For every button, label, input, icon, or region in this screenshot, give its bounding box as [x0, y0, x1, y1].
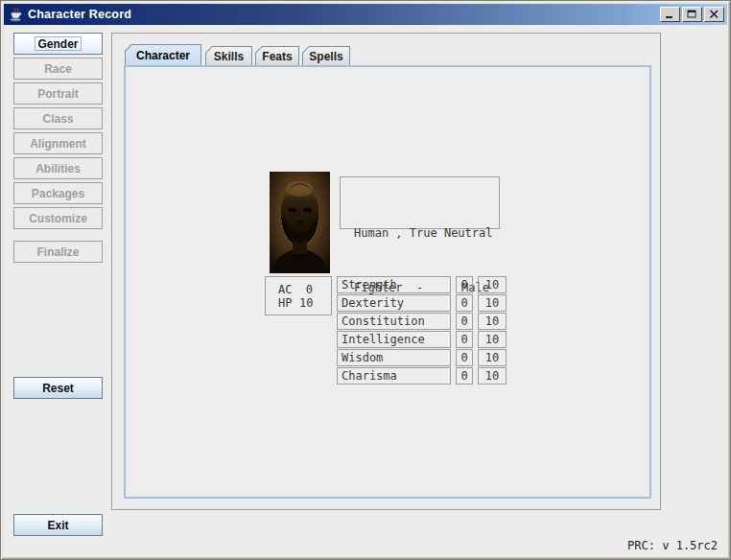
tab-feats-label: Feats [256, 47, 298, 65]
tab-skills-label: Skills [206, 47, 251, 65]
ability-mod-wisdom: 0 [456, 349, 473, 366]
exit-button[interactable]: Exit [13, 514, 103, 536]
race-button: Race [13, 58, 103, 80]
tab-feats[interactable]: Feats [255, 46, 299, 65]
ac-label: AC [278, 283, 299, 296]
customize-button: Customize [13, 207, 103, 229]
ability-mod-constitution: 0 [456, 313, 473, 330]
focus-ring [35, 36, 82, 51]
portrait-button: Portrait [13, 82, 103, 105]
gender-button[interactable]: Gender [13, 33, 103, 55]
reset-button[interactable]: Reset [13, 377, 103, 399]
ability-score-charisma: 10 [478, 367, 507, 385]
ability-name-charisma: Charisma [337, 367, 451, 385]
packages-button: Packages [13, 182, 103, 204]
close-button[interactable] [704, 7, 724, 22]
finalize-button: Finalize [13, 241, 103, 263]
hp-value: 10 [299, 296, 313, 310]
ability-score-dexterity: 10 [478, 294, 507, 312]
character-portrait-image [270, 172, 330, 273]
tab-spells[interactable]: Spells [302, 46, 350, 65]
ability-mod-dexterity: 0 [456, 294, 473, 312]
ability-name-intelligence: Intelligence [337, 331, 451, 348]
ability-mod-strength: 0 [456, 276, 473, 293]
ability-score-strength: 10 [478, 276, 507, 293]
caption-buttons [660, 7, 724, 22]
ability-name-constitution: Constitution [337, 313, 451, 330]
maximize-icon [687, 10, 697, 19]
ability-name-dexterity: Dexterity [337, 294, 451, 312]
maximize-button[interactable] [682, 7, 702, 22]
hp-row: HP10 [278, 296, 331, 310]
minimize-icon [665, 10, 675, 19]
character-record-window: Character Record Gender Race Portrait Cl… [0, 0, 731, 560]
tab-spells-label: Spells [303, 47, 349, 65]
hp-label: HP [278, 296, 299, 310]
window-title: Character Record [28, 8, 131, 21]
ability-score-intelligence: 10 [478, 331, 507, 348]
ability-mod-intelligence: 0 [456, 331, 473, 348]
java-cup-icon [8, 7, 23, 22]
ability-score-constitution: 10 [478, 313, 507, 330]
alignment-button: Alignment [13, 132, 103, 154]
summary-line1: Human , True Neutral [354, 224, 489, 243]
close-icon [709, 10, 719, 19]
ability-mod-charisma: 0 [456, 367, 473, 385]
ability-score-wisdom: 10 [478, 349, 507, 366]
tab-character-label: Character [126, 45, 200, 65]
ac-value: 0 [299, 283, 313, 296]
tab-character[interactable]: Character [125, 44, 201, 65]
minimize-button[interactable] [660, 7, 680, 22]
combat-stats-box: AC0 HP10 [265, 276, 332, 315]
titlebar: Character Record [4, 4, 727, 25]
ability-name-wisdom: Wisdom [337, 349, 451, 366]
abilities-button: Abilities [13, 157, 103, 179]
class-button: Class [13, 107, 103, 129]
ability-name-strength: Strength [337, 276, 451, 293]
version-label: PRC: v 1.5rc2 [627, 539, 718, 552]
ac-row: AC0 [278, 283, 331, 296]
character-summary-box: Human , True Neutral Fighter - Male [340, 176, 500, 229]
tab-skills[interactable]: Skills [205, 46, 252, 65]
